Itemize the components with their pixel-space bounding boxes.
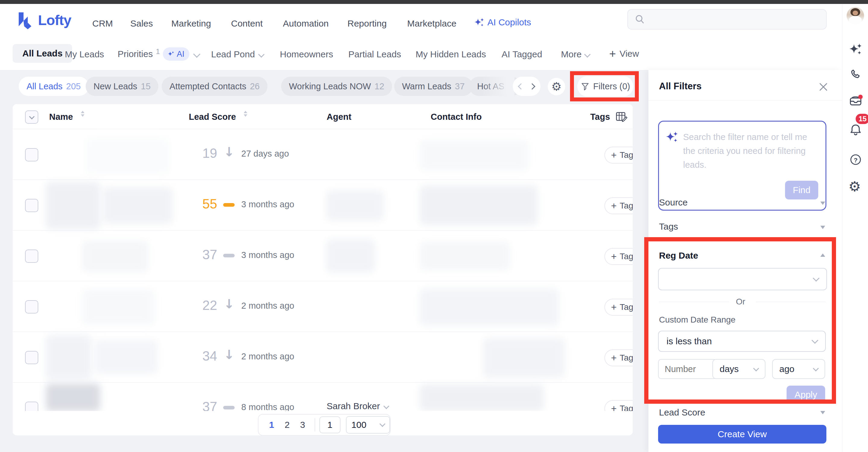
create-view-button[interactable]: Create View xyxy=(658,425,826,444)
tab-priorities-label: Priorities xyxy=(118,49,153,59)
add-view-button[interactable]: + View xyxy=(609,48,639,59)
ai-assistant-icon[interactable] xyxy=(849,42,862,56)
table-row[interactable]: 19 ↓ 27 days ago +Tag xyxy=(13,129,633,180)
chip-warm-leads[interactable]: Warm Leads 37 xyxy=(394,77,473,96)
direction-select[interactable]: ago xyxy=(772,359,825,379)
page-2-button[interactable]: 2 xyxy=(279,420,294,430)
nav-item-crm[interactable]: CRM xyxy=(92,19,113,29)
lead-score-value: 37 xyxy=(190,247,217,262)
add-tag-button[interactable]: +Tag xyxy=(604,248,633,265)
chevron-down-icon xyxy=(29,114,34,119)
add-tag-button[interactable]: +Tag xyxy=(604,197,633,214)
chevron-right-icon[interactable] xyxy=(529,83,535,89)
row-checkbox[interactable] xyxy=(25,199,38,212)
page-size-select[interactable]: 100 xyxy=(346,416,390,433)
tab-my-hidden-leads[interactable]: My Hidden Leads xyxy=(415,49,486,59)
add-tag-button[interactable]: +Tag xyxy=(604,147,633,163)
sparkle-icon xyxy=(168,51,174,57)
chip-label: Attempted Contacts xyxy=(169,82,246,91)
page-3-button[interactable]: 3 xyxy=(295,420,310,430)
chip-working-leads-now[interactable]: Working Leads NOW 12 xyxy=(281,77,392,96)
tab-all-leads[interactable]: All Leads xyxy=(13,44,72,63)
filter-section-tags[interactable]: Tags xyxy=(648,217,842,236)
page-input[interactable] xyxy=(319,416,341,433)
user-avatar[interactable] xyxy=(846,7,864,25)
svg-text:?: ? xyxy=(854,157,858,163)
tab-ai-tagged[interactable]: AI Tagged xyxy=(501,49,542,59)
add-tag-button[interactable]: +Tag xyxy=(604,299,633,315)
chevron-up-icon[interactable] xyxy=(820,253,825,257)
all-filters-panel: All Filters Search the filter name or te… xyxy=(648,70,842,452)
reg-date-title[interactable]: Reg Date xyxy=(659,250,698,261)
search-icon xyxy=(634,14,645,25)
chip-attempted-contacts[interactable]: Attempted Contacts 26 xyxy=(162,77,268,96)
select-all-checkbox[interactable] xyxy=(25,111,38,124)
funnel-icon xyxy=(581,82,590,91)
lofty-logo[interactable]: Lofty xyxy=(18,10,71,29)
operator-select[interactable]: is less than xyxy=(658,331,826,352)
score-time: 27 days ago xyxy=(241,149,289,159)
table-row[interactable]: 55 3 months ago +Tag xyxy=(13,180,633,231)
gear-icon: ⚙ xyxy=(551,80,562,93)
nav-item-marketing[interactable]: Marketing xyxy=(171,19,211,29)
table-row[interactable]: 22 ↓ 2 months ago +Tag xyxy=(13,281,633,332)
global-search[interactable] xyxy=(627,9,827,30)
reg-date-preset-select[interactable] xyxy=(658,268,827,290)
plus-icon: + xyxy=(611,353,617,363)
nav-item-marketplace[interactable]: Marketplace xyxy=(407,19,456,29)
nav-item-ai-copilots[interactable]: AI Copilots xyxy=(474,17,531,27)
tab-priorities[interactable]: Priorities 1 AI xyxy=(118,48,199,61)
add-view-label: View xyxy=(619,49,639,59)
help-icon[interactable]: ? xyxy=(849,153,862,166)
tag-label: Tag xyxy=(620,302,633,312)
settings-gear-icon[interactable]: ⚙ xyxy=(848,178,861,194)
nav-item-sales[interactable]: Sales xyxy=(130,19,153,29)
sort-icons-name[interactable] xyxy=(81,111,85,117)
tag-label: Tag xyxy=(620,150,633,160)
top-navigation-bar: Lofty CRM Sales Marketing Content Automa… xyxy=(0,4,842,37)
tab-lead-pond[interactable]: Lead Pond xyxy=(211,49,264,59)
apply-button[interactable]: Apply xyxy=(786,386,825,404)
row-checkbox[interactable] xyxy=(25,351,38,364)
nav-item-automation[interactable]: Automation xyxy=(283,19,329,29)
chevron-left-icon[interactable] xyxy=(518,83,524,89)
phone-icon[interactable] xyxy=(849,68,862,81)
number-input[interactable] xyxy=(658,359,717,379)
plus-icon: + xyxy=(611,302,617,312)
column-header-lead-score[interactable]: Lead Score xyxy=(189,112,236,122)
edit-columns-icon[interactable] xyxy=(615,110,628,123)
panel-divider xyxy=(648,100,842,100)
nav-item-content[interactable]: Content xyxy=(231,19,263,29)
filters-button[interactable]: Filters (0) xyxy=(577,76,633,96)
unit-select[interactable]: days xyxy=(712,359,766,379)
sort-icons-lead-score[interactable] xyxy=(244,111,247,117)
chip-new-leads[interactable]: New Leads 15 xyxy=(86,77,158,96)
table-row[interactable]: 37 3 months ago +Tag xyxy=(13,230,633,281)
agent-cell[interactable]: Sarah Broker xyxy=(327,401,389,411)
inbox-icon[interactable] xyxy=(848,93,863,108)
chip-all-leads[interactable]: All Leads 205 xyxy=(19,77,89,96)
tab-my-leads[interactable]: My Leads xyxy=(65,49,104,59)
table-row[interactable]: 34 ↓ 2 months ago +Tag xyxy=(13,332,633,383)
chips-settings-button[interactable]: ⚙ xyxy=(548,78,565,95)
trend-flat-icon xyxy=(223,254,235,258)
filter-section-lead-score[interactable]: Lead Score xyxy=(648,404,842,421)
tab-homeowners[interactable]: Homeowners xyxy=(280,49,333,59)
tab-partial-leads[interactable]: Partial Leads xyxy=(348,49,401,59)
trend-down-icon: ↓ xyxy=(224,298,234,310)
trend-flat-icon xyxy=(223,406,235,410)
row-checkbox[interactable] xyxy=(25,148,38,161)
filter-section-source[interactable]: Source xyxy=(648,193,842,212)
nav-item-reporting[interactable]: Reporting xyxy=(347,19,386,29)
panel-title: All Filters xyxy=(659,81,702,92)
row-checkbox[interactable] xyxy=(25,249,38,263)
search-input[interactable] xyxy=(650,14,814,25)
notifications-bell-icon[interactable] xyxy=(848,122,863,137)
score-time: 2 months ago xyxy=(241,301,294,311)
tab-more[interactable]: More xyxy=(561,49,590,59)
add-tag-button[interactable]: +Tag xyxy=(604,350,633,366)
row-checkbox[interactable] xyxy=(25,300,38,313)
column-header-name[interactable]: Name xyxy=(49,112,73,122)
close-icon[interactable] xyxy=(818,82,829,92)
page-1-button[interactable]: 1 xyxy=(264,420,279,430)
